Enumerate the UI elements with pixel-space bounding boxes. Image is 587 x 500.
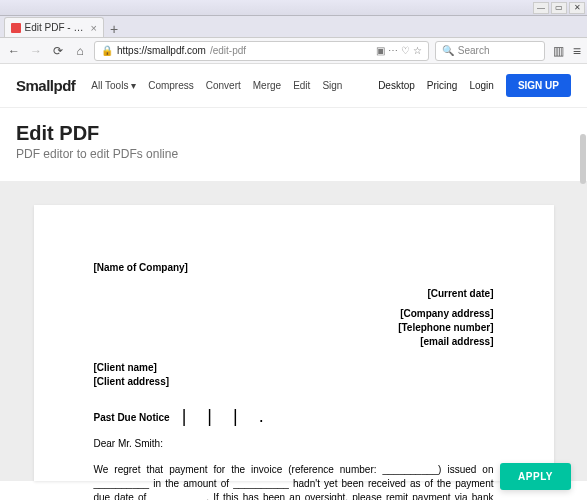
- edit-cursor-icon: | | | .: [182, 411, 272, 421]
- menu-sign[interactable]: Sign: [322, 80, 342, 91]
- link-login[interactable]: Login: [469, 80, 493, 91]
- hero: Edit PDF PDF editor to edit PDFs online: [0, 108, 587, 181]
- doc-telephone: [Telephone number]: [94, 321, 494, 335]
- lock-icon: 🔒: [101, 45, 113, 56]
- page-title: Edit PDF: [16, 122, 571, 145]
- reload-button[interactable]: ⟳: [50, 43, 66, 59]
- browser-tab[interactable]: Edit PDF - Free PDF Editor W… ×: [4, 17, 104, 37]
- signup-button[interactable]: SIGN UP: [506, 74, 571, 97]
- search-icon: 🔍: [442, 45, 454, 56]
- doc-email: [email address]: [94, 335, 494, 349]
- url-host: https://smallpdf.com: [117, 45, 206, 56]
- app-header: Smallpdf All Tools ▾ Compress Convert Me…: [0, 64, 587, 108]
- browser-nav-bar: ← → ⟳ ⌂ 🔒 https://smallpdf.com/edit-pdf …: [0, 38, 587, 64]
- tab-close-icon[interactable]: ×: [91, 22, 97, 34]
- address-bar[interactable]: 🔒 https://smallpdf.com/edit-pdf ▣ ⋯ ♡ ☆: [94, 41, 429, 61]
- editor-area: [Name of Company] [Current date] [Compan…: [0, 181, 587, 481]
- doc-salutation: Dear Mr. Smith:: [94, 437, 494, 451]
- home-button[interactable]: ⌂: [72, 43, 88, 59]
- doc-body: We regret that payment for the invoice (…: [94, 463, 494, 500]
- new-tab-button[interactable]: +: [104, 21, 124, 37]
- right-menu: Desktop Pricing Login SIGN UP: [378, 74, 571, 97]
- window-title-bar: — ▭ ✕: [0, 0, 587, 16]
- search-box[interactable]: 🔍 Search: [435, 41, 545, 61]
- window-maximize-icon[interactable]: ▭: [551, 2, 567, 14]
- url-path: /edit-pdf: [210, 45, 246, 56]
- back-button[interactable]: ←: [6, 43, 22, 59]
- page-content: Smallpdf All Tools ▾ Compress Convert Me…: [0, 64, 587, 500]
- menu-compress[interactable]: Compress: [148, 80, 194, 91]
- window-close-icon[interactable]: ✕: [569, 2, 585, 14]
- window-minimize-icon[interactable]: —: [533, 2, 549, 14]
- favicon-icon: [11, 23, 21, 33]
- menu-convert[interactable]: Convert: [206, 80, 241, 91]
- menu-icon[interactable]: ≡: [573, 43, 581, 59]
- page-subtitle: PDF editor to edit PDFs online: [16, 147, 571, 161]
- url-action-icons: ▣ ⋯ ♡ ☆: [376, 45, 421, 56]
- doc-client-address: [Client address]: [94, 375, 494, 389]
- document-preview[interactable]: [Name of Company] [Current date] [Compan…: [34, 205, 554, 481]
- main-menu: All Tools ▾ Compress Convert Merge Edit …: [91, 80, 342, 91]
- menu-merge[interactable]: Merge: [253, 80, 281, 91]
- doc-past-due-label: Past Due Notice: [94, 411, 170, 425]
- doc-current-date: [Current date]: [94, 287, 494, 301]
- tab-title: Edit PDF - Free PDF Editor W…: [25, 22, 87, 33]
- link-pricing[interactable]: Pricing: [427, 80, 458, 91]
- forward-button[interactable]: →: [28, 43, 44, 59]
- search-placeholder: Search: [458, 45, 490, 56]
- browser-tab-bar: Edit PDF - Free PDF Editor W… × +: [0, 16, 587, 38]
- apply-button[interactable]: APPLY: [500, 463, 571, 490]
- doc-company-address: [Company address]: [94, 307, 494, 321]
- menu-all-tools[interactable]: All Tools ▾: [91, 80, 136, 91]
- doc-client-name: [Client name]: [94, 361, 494, 375]
- library-icon[interactable]: ▥: [551, 43, 567, 59]
- doc-company-name: [Name of Company]: [94, 261, 494, 275]
- scrollbar-thumb[interactable]: [580, 134, 586, 184]
- logo[interactable]: Smallpdf: [16, 77, 75, 94]
- link-desktop[interactable]: Desktop: [378, 80, 415, 91]
- menu-edit[interactable]: Edit: [293, 80, 310, 91]
